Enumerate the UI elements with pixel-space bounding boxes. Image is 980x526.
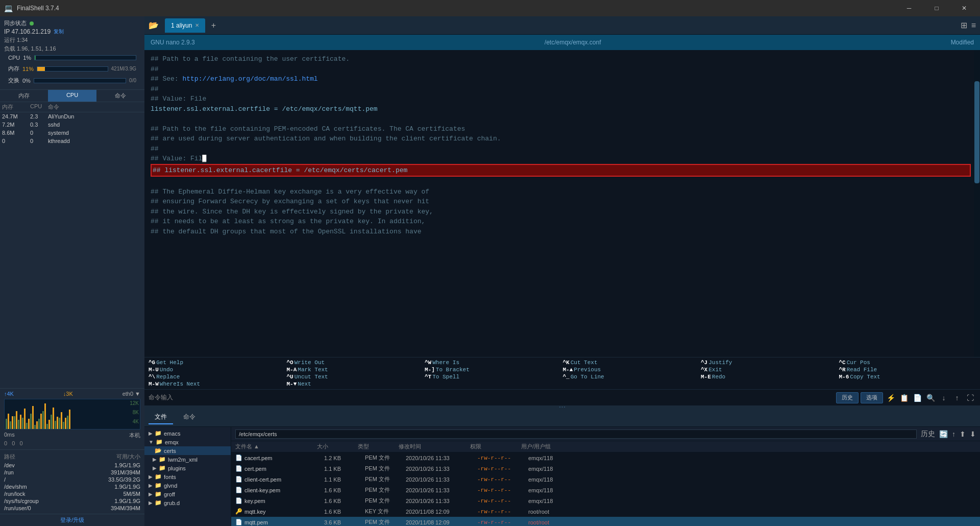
nano-key-gotoline: ^_Go To Line — [563, 374, 700, 380]
swap-bar-container: 交换 0% 0/0 — [8, 77, 136, 84]
disk-row-1: /run391M/394M — [4, 469, 140, 476]
nano-key-uncuttext: ^UUncut Text — [287, 374, 424, 380]
disk-header: 路径 可用/大小 — [4, 452, 140, 462]
copy-ip-button[interactable]: 复制 — [54, 28, 64, 35]
col-date: 修改时间 — [399, 443, 470, 450]
swap-bar-track — [34, 78, 126, 83]
new-tab-button[interactable]: + — [207, 19, 219, 32]
term-line-15: ## the wire. Since the DH key is effecti… — [151, 207, 974, 217]
minimize-button[interactable]: ─ — [897, 0, 921, 16]
search-terminal-icon[interactable]: 🔍 — [925, 392, 936, 403]
login-button[interactable]: 登录/升级 — [0, 514, 144, 526]
terminal-content[interactable]: ## Path to a file containing the user ce… — [144, 50, 980, 357]
nano-keybindings: ^GGet Help ^OWrite Out ^WWhere Is ^KCut … — [144, 357, 980, 389]
file-row-5[interactable]: 🔑 mqtt.key 1.6 KB KEY 文件 2020/11/08 12:0… — [231, 506, 980, 517]
terminal-scrollbar[interactable] — [974, 50, 980, 357]
maximize-button[interactable]: □ — [925, 0, 948, 16]
tree-item-certs[interactable]: 📂 certs — [144, 446, 231, 455]
cpu-label: CPU — [8, 55, 20, 61]
term-line-7: ## Path to the file containing PEM-encod… — [151, 124, 974, 134]
cpu-bar-fill — [35, 56, 36, 60]
proc-row-3[interactable]: 0 0 kthreadd — [0, 137, 144, 145]
disk-row-3: /dev/shm1.9G/1.9G — [4, 483, 140, 490]
swap-size: 0/0 — [129, 78, 136, 83]
refresh-button[interactable]: 🔄 — [939, 430, 948, 438]
net-up: ↑4K — [4, 391, 14, 397]
proc-row-1[interactable]: 7.2M 0.3 sshd — [0, 121, 144, 129]
nano-key-previous: M-▲Previous — [563, 367, 700, 373]
latency-values: 0 0 0 — [4, 439, 140, 447]
col-perm: 权限 — [470, 443, 521, 450]
tab-memory[interactable]: 内存 — [0, 90, 48, 102]
scroll-thumb[interactable] — [974, 81, 979, 183]
mem-bar-fill — [37, 67, 45, 71]
tab-files[interactable]: 文件 — [149, 411, 173, 424]
expand-icon[interactable]: ⛶ — [965, 392, 976, 403]
disk-row-5: /sys/fs/cgroup1.9G/1.9G — [4, 497, 140, 505]
tree-item-lwm2m[interactable]: ▶ 📁 lwm2m_xml — [144, 455, 231, 464]
download-button[interactable]: ⬇ — [970, 430, 976, 438]
tab-close-button[interactable]: ✕ — [195, 22, 199, 28]
upload-button[interactable]: ⬆ — [960, 430, 966, 438]
tab-commands[interactable]: 命令 — [177, 411, 202, 424]
file-row-2[interactable]: 📄 client-cert.pem 1.1 KB PEM 文件 2020/10/… — [231, 474, 980, 485]
load-row: 负载 1.96, 1.51, 1.16 — [4, 45, 140, 53]
proc-row-2[interactable]: 8.6M 0 systemd — [0, 129, 144, 137]
term-line-4: ## Value: File — [151, 94, 974, 104]
tree-item-grubd[interactable]: ▶ 📁 grub.d — [144, 498, 231, 507]
tree-item-emacs[interactable]: ▶ 📁 emacs — [144, 429, 231, 438]
scroll-up-icon[interactable]: ↑ — [951, 392, 963, 403]
file-row-3[interactable]: 📄 client-key.pem 1.6 KB PEM 文件 2020/10/2… — [231, 485, 980, 495]
file-row-1[interactable]: 📄 cert.pem 1.1 KB PEM 文件 2020/10/26 11:3… — [231, 463, 980, 474]
up-dir-button[interactable]: ↑ — [952, 430, 955, 438]
options-button[interactable]: 选项 — [861, 392, 883, 403]
mem-bar-container: 内存 11% 421M/3.9G — [8, 65, 136, 73]
tab-cpu[interactable]: CPU — [48, 90, 96, 102]
scroll-down-icon[interactable]: ↓ — [938, 392, 949, 403]
term-line-13: ## The Ephemeral Diffie-Helman key excha… — [151, 187, 974, 197]
swap-value: 0% — [22, 78, 31, 84]
history-path-button[interactable]: 历史 — [921, 429, 935, 439]
copy-terminal-icon[interactable]: 📋 — [898, 392, 910, 403]
cpu-bar-container: CPU 1% — [8, 55, 136, 61]
history-button[interactable]: 历史 — [836, 392, 859, 403]
modified-indicator: Modified — [951, 39, 974, 46]
file-path-header: /etc/emqx/emqx.conf — [545, 39, 601, 46]
command-input[interactable] — [177, 394, 832, 401]
disk-row-4: /run/lock5M/5M — [4, 490, 140, 497]
folder-icon[interactable]: 📂 — [149, 20, 159, 30]
term-line-10: ## Value: Fil█ — [151, 154, 974, 164]
tree-item-emqx[interactable]: ▼ 📁 emqx — [144, 438, 231, 446]
net-down: ↓3K — [63, 391, 73, 397]
tree-item-glvnd[interactable]: ▶ 📁 glvnd — [144, 481, 231, 490]
file-row-0[interactable]: 📄 cacert.pem 1.2 KB PEM 文件 2020/10/26 11… — [231, 452, 980, 463]
nano-key-marktext: M-AMark Text — [287, 367, 424, 373]
bottom-panel: 文件 命令 ▶ 📁 emacs ▼ 📁 emqx — [144, 409, 980, 526]
lightning-icon[interactable]: ⚡ — [885, 392, 896, 403]
term-line-6 — [151, 114, 974, 124]
process-header: 内存 CPU 命令 — [0, 102, 144, 112]
nano-version: GNU nano 2.9.3 — [151, 39, 195, 46]
col-size: 大小 — [317, 443, 358, 450]
tree-item-fonts[interactable]: ▶ 📁 fonts — [144, 472, 231, 481]
tree-item-groff[interactable]: ▶ 📁 groff — [144, 490, 231, 498]
grid-icon[interactable]: ⊞ — [961, 20, 967, 30]
session-tab[interactable]: 1 aliyun ✕ — [165, 18, 205, 33]
running-row: 运行 1:34 — [4, 36, 140, 44]
latency-value: 0ms — [4, 432, 15, 439]
mem-bar-row: 内存 11% 421M/3.9G — [4, 63, 140, 75]
cmd-label: 命令输入 — [149, 393, 173, 402]
file-path-input[interactable] — [235, 429, 917, 439]
tab-command[interactable]: 命令 — [96, 90, 144, 102]
paste-icon[interactable]: 📄 — [912, 392, 923, 403]
file-row-6[interactable]: 📄 mqtt.pem 3.6 KB PEM 文件 2020/11/08 12:0… — [231, 517, 980, 526]
app-title: FinalShell 3.7.4 — [17, 5, 59, 12]
process-tabs: 内存 CPU 命令 — [0, 90, 144, 102]
proc-row-0[interactable]: 24.7M 2.3 AliYunDun — [0, 112, 144, 121]
nano-key-curpos: ^CCur Pos — [839, 360, 976, 366]
nano-key-exit: ^XExit — [701, 367, 838, 373]
menu-icon[interactable]: ≡ — [971, 21, 976, 30]
close-button[interactable]: ✕ — [952, 0, 976, 16]
file-row-4[interactable]: 📄 key.pem 1.6 KB PEM 文件 2020/10/26 11:33… — [231, 495, 980, 506]
tree-item-plugins[interactable]: ▶ 📁 plugins — [144, 464, 231, 472]
